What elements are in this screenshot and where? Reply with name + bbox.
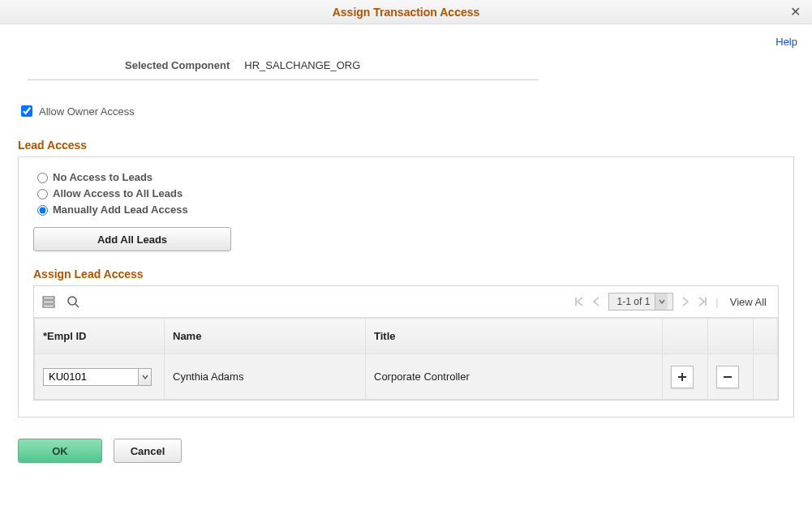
col-empl-id[interactable]: *Empl ID [35,319,165,354]
allow-owner-access-row: Allow Owner Access [18,103,794,119]
modal-title: Assign Transaction Access [333,6,480,19]
add-row-button[interactable] [671,366,694,388]
pager-range-text: 1-1 of 1 [617,296,651,307]
search-icon[interactable] [67,295,79,308]
col-remove [708,319,754,354]
radio-all-access[interactable] [37,189,48,199]
svg-rect-2 [43,305,54,307]
modal-header: Assign Transaction Access ✕ [0,0,812,24]
radio-manual-access[interactable] [37,205,48,216]
prev-page-icon[interactable] [592,297,600,306]
assign-lead-access-heading: Assign Lead Access [33,268,779,281]
selected-component-row: Selected Component HR_SALCHANGE_ORG [28,51,539,80]
svg-point-3 [68,297,76,305]
footer-buttons: OK Cancel [18,439,794,463]
lead-access-table: *Empl ID Name Title [34,318,778,400]
cancel-button[interactable]: Cancel [114,439,182,463]
svg-rect-1 [43,301,54,303]
toolbar-divider: | [715,296,718,308]
radio-no-access[interactable] [37,173,48,183]
cell-name: Cynthia Adams [165,354,366,400]
empl-id-lookup-icon[interactable] [139,368,152,386]
col-name[interactable]: Name [165,319,366,354]
svg-rect-0 [43,297,54,299]
help-link[interactable]: Help [0,24,812,51]
table-header-row: *Empl ID Name Title [35,319,778,354]
table-row: Cynthia Adams Corporate Controller [35,354,778,400]
cell-title: Corporate Controller [366,354,663,400]
svg-line-4 [75,304,79,307]
col-end [754,319,778,354]
col-add [663,319,708,354]
grid-toolbar: 1-1 of 1 | View All [34,286,778,318]
allow-owner-access-label: Allow Owner Access [39,105,135,118]
assign-lead-access-grid: 1-1 of 1 | View All [33,285,779,400]
add-all-leads-button[interactable]: Add All Leads [33,227,231,251]
selected-component-label: Selected Component [125,59,230,71]
last-page-icon[interactable] [698,297,707,306]
empl-id-input[interactable] [43,368,139,386]
first-page-icon[interactable] [574,297,584,306]
view-all-link[interactable]: View All [727,296,770,308]
selected-component-value: HR_SALCHANGE_ORG [244,59,360,71]
pager-range[interactable]: 1-1 of 1 [608,293,674,311]
col-title[interactable]: Title [366,319,663,354]
lead-access-box: No Access to Leads Allow Access to All L… [18,156,794,418]
radio-no-access-label: No Access to Leads [53,171,153,183]
ok-button[interactable]: OK [18,439,102,463]
pager-dropdown-icon[interactable] [655,293,668,310]
lead-access-heading: Lead Access [18,139,794,152]
grid-settings-icon[interactable] [42,295,55,308]
allow-owner-access-checkbox[interactable] [21,105,32,117]
next-page-icon[interactable] [681,297,690,306]
close-icon[interactable]: ✕ [787,4,804,19]
remove-row-button[interactable] [716,366,739,388]
radio-all-access-label: Allow Access to All Leads [53,187,183,199]
radio-manual-access-label: Manually Add Lead Access [53,203,188,216]
